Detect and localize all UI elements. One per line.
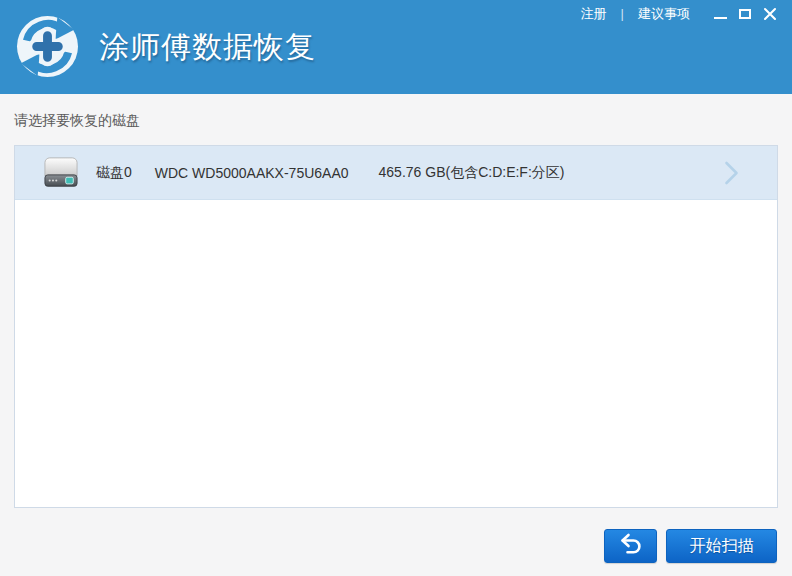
disk-model: WDC WD5000AAKX-75U6AA0 [155, 165, 349, 181]
register-link[interactable]: 注册 [581, 5, 607, 23]
app-logo-icon [16, 15, 79, 78]
maximize-icon[interactable] [734, 3, 756, 25]
select-disk-prompt: 请选择要恢复的磁盘 [14, 112, 778, 130]
app-header: 涂师傅数据恢复 注册 | 建议事项 [0, 0, 792, 94]
start-scan-button[interactable]: 开始扫描 [666, 529, 777, 563]
disk-list-panel: 磁盘0 WDC WD5000AAKX-75U6AA0 465.76 GB(包含C… [14, 145, 778, 508]
hard-drive-icon [42, 156, 80, 190]
undo-arrow-icon [618, 532, 644, 560]
titlebar: 注册 | 建议事项 [581, 0, 792, 27]
window-controls [706, 3, 781, 25]
suggestions-link[interactable]: 建议事项 [638, 5, 690, 23]
close-icon[interactable] [759, 3, 781, 25]
main-content: 请选择要恢复的磁盘 [0, 112, 792, 508]
disk-name: 磁盘0 [96, 164, 132, 182]
minimize-icon[interactable] [709, 3, 731, 25]
disk-row[interactable]: 磁盘0 WDC WD5000AAKX-75U6AA0 465.76 GB(包含C… [15, 146, 777, 200]
footer-actions: 开始扫描 [604, 529, 777, 563]
titlebar-separator: | [621, 6, 624, 21]
app-title: 涂师傅数据恢复 [99, 27, 316, 68]
back-button[interactable] [604, 529, 657, 563]
chevron-right-icon [724, 161, 739, 185]
app-window: 涂师傅数据恢复 注册 | 建议事项 请选择要恢复的磁盘 [0, 0, 792, 576]
disk-capacity: 465.76 GB(包含C:D:E:F:分区) [379, 164, 565, 182]
